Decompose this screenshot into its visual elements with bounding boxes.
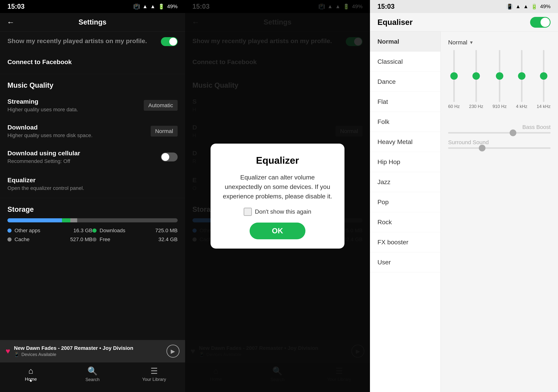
nav-library-label-1: Your Library [142,377,166,382]
download-label: Download [8,124,151,131]
now-playing-info-1: New Dawn Fades - 2007 Remaster • Joy Div… [14,345,163,357]
connect-facebook-item[interactable]: Connect to Facebook [0,52,185,74]
nav-active-dot-1 [30,380,32,382]
equalizer-title: Equaliser [377,18,526,27]
storage-seg-cache [70,218,77,222]
preset-folk[interactable]: Folk [370,112,440,132]
battery-pct-1: 49% [167,4,178,9]
connect-facebook-label: Connect to Facebook [8,58,178,66]
preset-heavy-metal[interactable]: Heavy Metal [370,132,440,152]
eq-slider-14khz: 14 kHz [537,50,550,109]
battery-icon-3: 🔋 [531,4,538,10]
freq-label-230hz: 230 Hz [469,104,483,109]
modal-title: Equalizer [256,155,299,166]
music-quality-section-header: Music Quality [0,74,185,92]
panel-settings: 15:03 📳 ▲ ▲ 🔋 49% ← Settings Show my rec… [0,0,185,392]
status-time-1: 15:03 [8,3,25,10]
cellular-toggle-knob [161,153,169,161]
dont-show-checkbox[interactable] [244,208,252,216]
heart-icon-1[interactable]: ♥ [6,347,10,356]
play-button-1[interactable]: ▶ [166,345,180,358]
equalizer-item[interactable]: Equalizer Open the equalizer control pan… [0,170,185,198]
preset-pop[interactable]: Pop [370,192,440,212]
preset-classical[interactable]: Classical [370,52,440,72]
preset-rock[interactable]: Rock [370,212,440,232]
storage-bar-container [0,217,185,228]
storage-section-header: Storage [0,198,185,217]
preset-flat[interactable]: Flat [370,92,440,112]
toggle-knob [169,38,177,46]
modal-ok-button[interactable]: OK [250,223,305,239]
storage-seg-other-apps [8,218,62,222]
cellular-toggle[interactable] [161,152,178,161]
preset-normal[interactable]: Normal [370,32,440,52]
legend-label-other-apps: Other apps [15,228,70,234]
bass-boost-knob[interactable] [510,129,516,136]
surround-sound-slider[interactable] [448,147,550,149]
modal-checkbox-row: Don't show this again [244,208,311,216]
eq-toggle-knob [541,18,550,27]
legend-dot-free [92,237,96,242]
slider-knob-230hz[interactable] [472,72,480,80]
preset-fx-booster[interactable]: FX booster [370,232,440,252]
eq-slider-910hz: 910 Hz [493,50,507,109]
home-icon-1: ⌂ [28,366,33,375]
slider-knob-910hz[interactable] [496,72,503,80]
nav-library-1[interactable]: ☰ Your Library [123,366,185,382]
surround-sound-label: Surround Sound [448,139,550,145]
slider-knob-14khz[interactable] [540,72,547,80]
preset-user[interactable]: User [370,252,440,272]
legend-cache: Cache 527.0 MB [8,236,92,242]
slider-knob-4khz[interactable] [518,72,525,80]
now-playing-bar-1[interactable]: ♥ New Dawn Fades - 2007 Remaster • Joy D… [0,340,185,362]
wifi-icon-1: ▲ [142,4,148,9]
bottom-nav-1: ⌂ Home 🔍 Search ☰ Your Library [0,362,185,392]
settings-header-1: ← Settings [0,13,185,32]
dropdown-arrow-icon: ▼ [469,40,474,45]
eq-slider-4khz: 4 kHz [516,50,527,109]
battery-icon-1: 🔋 [158,4,165,10]
slider-track-4khz[interactable] [521,50,523,102]
eq-preset-dropdown[interactable]: Normal ▼ [448,39,550,46]
preset-hip-hop[interactable]: Hip Hop [370,152,440,172]
streaming-row: Streaming Higher quality uses more data.… [0,92,185,118]
preset-jazz[interactable]: Jazz [370,172,440,192]
eq-slider-60hz: 60 Hz [448,50,460,109]
nav-home-1[interactable]: ⌂ Home [0,366,62,382]
status-icons-1: 📳 ▲ ▲ 🔋 49% [133,4,177,10]
slider-track-910hz[interactable] [499,50,500,102]
equalizer-label: Equalizer [8,176,178,184]
panel-equalizer: 15:03 📳 ▲ ▲ 🔋 49% Equaliser Normal Class… [370,0,558,392]
legend-value-cache: 527.0 MB [70,236,92,242]
devices-icon-1: 📱 [14,352,19,357]
cellular-desc: Recommended Setting: Off [8,158,161,164]
back-button-1[interactable]: ← [7,18,15,27]
panel-settings-modal: 15:03 📳 ▲ ▲ 🔋 49% ← Settings Show my rec… [185,0,370,392]
cellular-label: Download using cellular [8,150,161,157]
equalizer-desc: Open the equalizer control panel. [8,185,178,191]
preset-dance[interactable]: Dance [370,72,440,92]
nav-search-1[interactable]: 🔍 Search [62,366,123,382]
vibrate-icon-3: 📳 [506,4,513,10]
recently-played-row: Show my recently played artists on my pr… [0,32,185,52]
streaming-desc: Higher quality uses more data. [8,107,144,113]
freq-label-4khz: 4 kHz [516,104,527,109]
slider-track-60hz[interactable] [453,50,455,102]
download-value[interactable]: Normal [151,126,178,137]
battery-pct-3: 49% [540,4,550,9]
equalizer-master-toggle[interactable] [530,17,550,28]
slider-track-230hz[interactable] [475,50,477,102]
streaming-label: Streaming [8,98,144,105]
slider-track-14khz[interactable] [543,50,544,102]
recently-played-toggle[interactable] [161,37,178,46]
storage-seg-downloads [62,218,70,222]
now-playing-sub-1: 📱 Devices Available [14,352,163,357]
signal-icon-3: ▲ [523,4,528,9]
surround-sound-knob[interactable] [479,145,486,151]
bass-boost-slider[interactable] [448,132,550,133]
storage-title: Storage [8,206,178,213]
legend-value-other-apps: 16.3 GB [73,228,93,234]
streaming-value[interactable]: Automatic [144,100,177,111]
slider-knob-60hz[interactable] [450,72,458,80]
freq-label-910hz: 910 Hz [493,104,507,109]
